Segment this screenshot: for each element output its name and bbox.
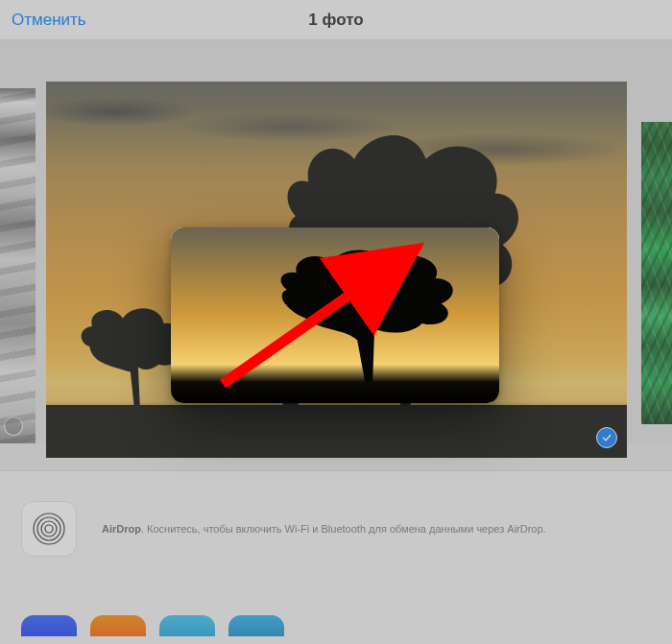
modal-body (171, 268, 499, 365)
selected-checkmark-icon[interactable] (596, 427, 617, 448)
icloud-publish-modal: Отменить iCloud Опублик. Общий альбом Мо… (171, 227, 499, 403)
airdrop-row[interactable]: AirDrop. Коснитесь, чтобы включить Wi-Fi… (21, 490, 651, 567)
modal-photo-thumbnail[interactable] (426, 286, 486, 346)
share-app-tile[interactable] (228, 615, 284, 636)
share-apps-row (21, 615, 284, 636)
share-app-tile[interactable] (90, 615, 146, 636)
cancel-button[interactable]: Отменить (12, 0, 86, 40)
photo-thumbnail-prev[interactable] (0, 88, 36, 443)
share-app-tile[interactable] (21, 615, 77, 636)
svg-point-1 (41, 521, 57, 537)
airdrop-icon[interactable] (21, 501, 77, 557)
airdrop-label: AirDrop (102, 523, 141, 535)
airdrop-hint-text: . Коснитесь, чтобы включить Wi-Fi и Blue… (141, 523, 546, 535)
share-sheet-body: AirDrop. Коснитесь, чтобы включить Wi-Fi… (0, 470, 672, 644)
page-title: 1 фото (308, 11, 363, 30)
svg-point-3 (34, 513, 64, 544)
photo-thumbnail-next[interactable] (641, 122, 672, 424)
airdrop-hint: AirDrop. Коснитесь, чтобы включить Wi-Fi… (102, 522, 546, 537)
svg-point-0 (45, 525, 53, 533)
share-app-tile[interactable] (159, 615, 215, 636)
selection-indicator (4, 417, 23, 436)
share-sheet-header: Отменить 1 фото (0, 0, 672, 40)
